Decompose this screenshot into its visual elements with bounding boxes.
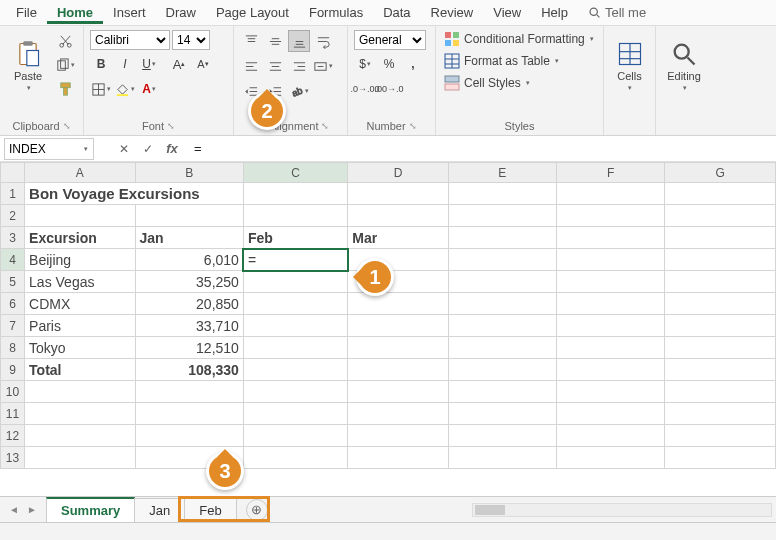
cell-d6[interactable] <box>348 293 448 315</box>
cell-a4[interactable]: Beijing <box>25 249 135 271</box>
menu-file[interactable]: File <box>6 1 47 24</box>
conditional-formatting-button[interactable]: Conditional Formatting▾ <box>442 30 596 48</box>
wrap-text-button[interactable] <box>312 30 334 52</box>
row-header-13[interactable]: 13 <box>1 447 25 469</box>
row-header-6[interactable]: 6 <box>1 293 25 315</box>
font-dialog-launcher[interactable]: ⤡ <box>167 121 175 131</box>
cell-f4[interactable] <box>557 249 665 271</box>
menu-help[interactable]: Help <box>531 1 578 24</box>
sheet-nav-next[interactable]: ► <box>24 502 40 518</box>
cell-b3[interactable]: Jan <box>135 227 243 249</box>
align-middle-button[interactable] <box>264 30 286 52</box>
cell-f5[interactable] <box>557 271 665 293</box>
row-header-1[interactable]: 1 <box>1 183 25 205</box>
row-header-10[interactable]: 10 <box>1 381 25 403</box>
align-right-button[interactable] <box>288 55 310 77</box>
cell-a8[interactable]: Tokyo <box>25 337 135 359</box>
cell-d7[interactable] <box>348 315 448 337</box>
col-header-e[interactable]: E <box>448 163 556 183</box>
cell-b8[interactable]: 12,510 <box>135 337 243 359</box>
menu-formulas[interactable]: Formulas <box>299 1 373 24</box>
menu-data[interactable]: Data <box>373 1 420 24</box>
cell-a6[interactable]: CDMX <box>25 293 135 315</box>
menu-review[interactable]: Review <box>421 1 484 24</box>
col-header-a[interactable]: A <box>25 163 135 183</box>
name-box[interactable] <box>4 138 94 160</box>
row-header-3[interactable]: 3 <box>1 227 25 249</box>
col-header-b[interactable]: B <box>135 163 243 183</box>
cell-c7[interactable] <box>243 315 347 337</box>
cell-e8[interactable] <box>448 337 556 359</box>
col-header-g[interactable]: G <box>665 163 776 183</box>
cell-b6[interactable]: 20,850 <box>135 293 243 315</box>
comma-format-button[interactable]: , <box>402 53 424 75</box>
cell-g5[interactable] <box>665 271 776 293</box>
cell-e6[interactable] <box>448 293 556 315</box>
row-header-2[interactable]: 2 <box>1 205 25 227</box>
cell-b5[interactable]: 35,250 <box>135 271 243 293</box>
row-header-5[interactable]: 5 <box>1 271 25 293</box>
menu-view[interactable]: View <box>483 1 531 24</box>
sheet-nav-prev[interactable]: ◄ <box>6 502 22 518</box>
cell-c6[interactable] <box>243 293 347 315</box>
new-sheet-button[interactable]: ⊕ <box>246 499 268 521</box>
number-format-select[interactable]: General <box>354 30 426 50</box>
cell-g4[interactable] <box>665 249 776 271</box>
cell-g6[interactable] <box>665 293 776 315</box>
enter-formula-button[interactable]: ✓ <box>136 138 160 160</box>
menu-draw[interactable]: Draw <box>156 1 206 24</box>
cell-e1[interactable] <box>448 183 556 205</box>
orientation-button[interactable]: ab▾ <box>288 80 310 102</box>
cell-e9[interactable] <box>448 359 556 381</box>
increase-decimal-button[interactable]: .0→.00 <box>354 78 376 100</box>
cell-b2[interactable] <box>135 205 243 227</box>
align-bottom-button[interactable] <box>288 30 310 52</box>
menu-home[interactable]: Home <box>47 1 103 24</box>
cell-d3[interactable]: Mar <box>348 227 448 249</box>
borders-button[interactable]: ▾ <box>90 78 112 100</box>
cell-a1[interactable]: Bon Voyage Excursions <box>25 183 244 205</box>
cell-a3[interactable]: Excursion <box>25 227 135 249</box>
decrease-font-button[interactable]: A▾ <box>192 53 214 75</box>
cell-b7[interactable]: 33,710 <box>135 315 243 337</box>
cell-f3[interactable] <box>557 227 665 249</box>
align-center-button[interactable] <box>264 55 286 77</box>
cell-g9[interactable] <box>665 359 776 381</box>
sheet-tab-jan[interactable]: Jan <box>134 498 185 522</box>
cell-d1[interactable] <box>348 183 448 205</box>
italic-button[interactable]: I <box>114 53 136 75</box>
cell-c4[interactable]: = <box>243 249 347 271</box>
cell-c1[interactable] <box>243 183 347 205</box>
cell-f1[interactable] <box>557 183 665 205</box>
cell-c2[interactable] <box>243 205 347 227</box>
cell-g3[interactable] <box>665 227 776 249</box>
tell-me[interactable]: Tell me <box>578 1 656 24</box>
insert-function-button[interactable]: fx <box>160 138 184 160</box>
cell-d9[interactable] <box>348 359 448 381</box>
cell-d2[interactable] <box>348 205 448 227</box>
cell-e3[interactable] <box>448 227 556 249</box>
clipboard-dialog-launcher[interactable]: ⤡ <box>63 121 71 131</box>
cell-c8[interactable] <box>243 337 347 359</box>
cell-e5[interactable] <box>448 271 556 293</box>
cell-c5[interactable] <box>243 271 347 293</box>
horizontal-scrollbar[interactable] <box>472 503 772 517</box>
cell-f8[interactable] <box>557 337 665 359</box>
cells-button[interactable]: Cells▾ <box>610 30 649 102</box>
menu-page-layout[interactable]: Page Layout <box>206 1 299 24</box>
row-header-12[interactable]: 12 <box>1 425 25 447</box>
cell-styles-button[interactable]: Cell Styles▾ <box>442 74 532 92</box>
cell-f9[interactable] <box>557 359 665 381</box>
paste-button[interactable]: Paste ▾ <box>6 30 50 102</box>
row-header-11[interactable]: 11 <box>1 403 25 425</box>
cell-a9[interactable]: Total <box>25 359 135 381</box>
fill-color-button[interactable]: ▾ <box>114 78 136 100</box>
cell-e4[interactable] <box>448 249 556 271</box>
percent-format-button[interactable]: % <box>378 53 400 75</box>
decrease-decimal-button[interactable]: .00→.0 <box>378 78 400 100</box>
format-as-table-button[interactable]: Format as Table▾ <box>442 52 561 70</box>
row-header-8[interactable]: 8 <box>1 337 25 359</box>
alignment-dialog-launcher[interactable]: ⤡ <box>321 121 329 131</box>
sheet-tab-feb[interactable]: Feb <box>184 498 236 522</box>
row-header-9[interactable]: 9 <box>1 359 25 381</box>
